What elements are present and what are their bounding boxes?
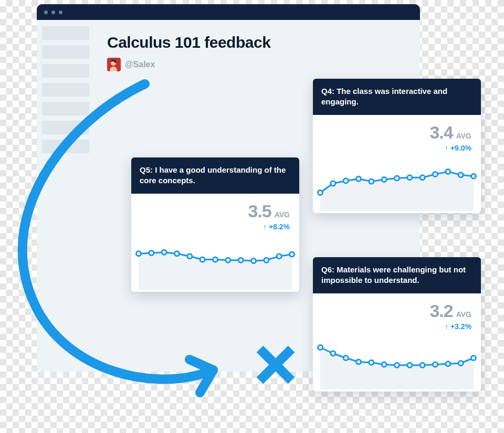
sidebar-item[interactable] bbox=[42, 45, 89, 59]
card-title: Q6: Materials were challenging but not i… bbox=[313, 257, 481, 293]
page-title: Calculus 101 feedback bbox=[107, 34, 407, 51]
svg-point-16 bbox=[331, 181, 335, 186]
svg-point-21 bbox=[395, 176, 400, 181]
avatar bbox=[107, 58, 121, 71]
svg-point-22 bbox=[407, 175, 412, 179]
svg-point-28 bbox=[318, 345, 323, 350]
avg-value: 3.5 bbox=[248, 201, 271, 221]
delta-value: ↑ +8.2% bbox=[141, 223, 290, 231]
traffic-light-dot bbox=[44, 10, 48, 14]
svg-point-39 bbox=[458, 361, 463, 365]
svg-point-6 bbox=[187, 254, 192, 258]
delta-value: ↑ +9.0% bbox=[322, 144, 471, 152]
svg-point-10 bbox=[238, 258, 243, 262]
svg-point-15 bbox=[318, 190, 323, 195]
author-row: @Salex bbox=[107, 58, 407, 71]
svg-point-27 bbox=[471, 174, 476, 178]
svg-point-30 bbox=[343, 355, 348, 360]
sparkline-chart bbox=[131, 234, 299, 292]
svg-point-24 bbox=[433, 172, 438, 176]
svg-point-12 bbox=[264, 258, 269, 262]
svg-point-2 bbox=[136, 251, 141, 256]
card-q6: Q6: Materials were challenging but not i… bbox=[313, 257, 481, 392]
window-titlebar bbox=[37, 4, 420, 20]
card-title: Q4: The class was interactive and engagi… bbox=[313, 79, 481, 115]
svg-point-34 bbox=[395, 363, 400, 367]
svg-point-5 bbox=[175, 251, 180, 256]
traffic-light-dot bbox=[59, 10, 62, 14]
card-q4: Q4: The class was interactive and engagi… bbox=[313, 79, 481, 213]
delta-value: ↑ +3.2% bbox=[322, 322, 471, 331]
sidebar-item[interactable] bbox=[42, 64, 89, 78]
svg-point-38 bbox=[446, 361, 450, 366]
svg-point-35 bbox=[407, 363, 412, 367]
svg-point-8 bbox=[213, 257, 218, 262]
svg-point-37 bbox=[433, 362, 438, 367]
avg-value: 3.2 bbox=[429, 301, 453, 321]
svg-point-26 bbox=[458, 172, 463, 177]
svg-point-7 bbox=[200, 257, 205, 262]
cross-icon bbox=[252, 341, 299, 388]
svg-point-25 bbox=[446, 169, 450, 174]
svg-point-11 bbox=[251, 258, 256, 263]
svg-point-9 bbox=[226, 258, 230, 262]
svg-point-13 bbox=[277, 254, 281, 258]
sparkline-chart bbox=[313, 334, 481, 392]
svg-point-19 bbox=[369, 179, 374, 184]
avg-label: AVG bbox=[275, 210, 290, 219]
svg-point-36 bbox=[420, 363, 425, 367]
svg-point-14 bbox=[290, 252, 295, 257]
svg-point-23 bbox=[420, 175, 425, 179]
avg-value: 3.4 bbox=[429, 122, 453, 143]
sparkline-chart bbox=[313, 155, 481, 213]
svg-point-33 bbox=[382, 362, 386, 367]
svg-point-31 bbox=[356, 360, 361, 364]
svg-point-3 bbox=[149, 250, 154, 255]
avg-label: AVG bbox=[456, 132, 471, 140]
svg-point-17 bbox=[343, 178, 348, 183]
sidebar-item[interactable] bbox=[42, 26, 89, 40]
svg-point-4 bbox=[162, 250, 166, 255]
card-q5: Q5: I have a good understanding of the c… bbox=[131, 157, 299, 292]
card-title: Q5: I have a good understanding of the c… bbox=[131, 157, 299, 194]
svg-point-29 bbox=[331, 351, 335, 355]
author-handle: @Salex bbox=[125, 60, 155, 69]
svg-point-18 bbox=[356, 176, 361, 181]
svg-point-20 bbox=[382, 177, 386, 182]
svg-point-40 bbox=[471, 355, 476, 360]
svg-point-32 bbox=[369, 360, 374, 365]
avg-label: AVG bbox=[456, 310, 471, 319]
traffic-light-dot bbox=[51, 10, 55, 14]
